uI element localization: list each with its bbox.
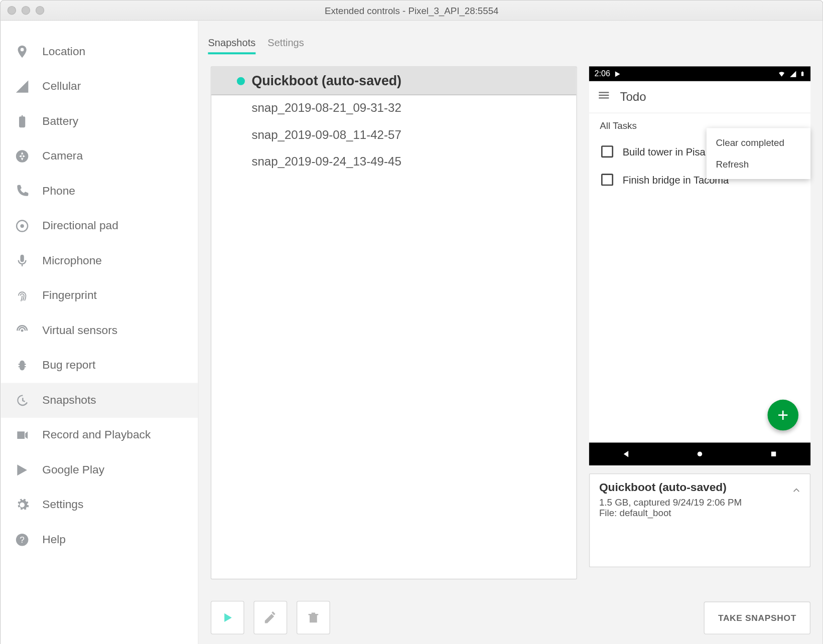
record-icon <box>14 427 30 443</box>
details-file: File: default_boot <box>599 508 800 518</box>
sidebar-item-label: Bug report <box>42 359 95 372</box>
snapshot-label: Quickboot (auto-saved) <box>251 73 401 88</box>
nav-recent-icon[interactable] <box>769 449 778 459</box>
svg-point-2 <box>21 330 24 332</box>
sidebar-item-bug[interactable]: Bug report <box>1 348 198 383</box>
svg-rect-6 <box>771 451 776 456</box>
titlebar: Extended controls - Pixel_3_API_28:5554 <box>1 1 822 21</box>
app-title: Todo <box>620 90 646 104</box>
sidebar-item-cellular[interactable]: Cellular <box>1 69 198 104</box>
play-icon <box>14 462 30 478</box>
menu-item-refresh[interactable]: Refresh <box>707 153 810 175</box>
signal-icon <box>789 70 797 78</box>
sidebar-item-label: Location <box>42 45 85 59</box>
snapshot-row-quickboot[interactable]: Quickboot (auto-saved) <box>211 67 576 95</box>
phone-icon <box>14 183 30 199</box>
history-icon <box>14 392 30 408</box>
menu-item-clear[interactable]: Clear completed <box>707 132 810 153</box>
nav-back-icon[interactable] <box>621 449 631 459</box>
bug-icon <box>14 358 30 374</box>
bottom-toolbar: TAKE SNAPSHOT <box>199 591 822 644</box>
svg-point-1 <box>20 224 24 228</box>
android-navbar <box>589 442 810 465</box>
sidebar-item-location[interactable]: Location <box>1 34 198 69</box>
preview-column: 2:06 Todo <box>589 66 810 579</box>
sidebar-item-label: Cellular <box>42 80 81 93</box>
tabbar: Snapshots Settings <box>199 21 822 54</box>
app-content: All Tasks Build tower in Pisa Finish bri… <box>589 113 810 442</box>
snapshot-list[interactable]: Quickboot (auto-saved) snap_2019-08-21_0… <box>211 66 577 579</box>
sidebar-item-help[interactable]: ? Help <box>1 523 198 558</box>
minimize-icon[interactable] <box>22 6 30 15</box>
snapshot-label: snap_2019-08-21_09-31-32 <box>251 101 401 115</box>
sidebar-item-label: Snapshots <box>42 394 96 407</box>
cellular-icon <box>14 78 30 94</box>
chevron-up-icon[interactable] <box>791 485 801 499</box>
wifi-icon <box>777 70 786 78</box>
sidebar-item-mic[interactable]: Microphone <box>1 243 198 278</box>
fab-add[interactable]: + <box>768 400 799 431</box>
sidebar: Location Cellular Battery Camera Phone D… <box>1 21 198 644</box>
maximize-icon[interactable] <box>36 6 44 15</box>
sidebar-item-label: Battery <box>42 115 78 128</box>
edit-snapshot-button[interactable] <box>253 601 287 634</box>
svg-text:?: ? <box>20 535 25 545</box>
delete-snapshot-button[interactable] <box>297 601 330 634</box>
sidebar-item-label: Microphone <box>42 254 102 268</box>
sidebar-item-record[interactable]: Record and Playback <box>1 418 198 453</box>
sidebar-item-label: Directional pad <box>42 219 118 233</box>
sensors-icon <box>14 323 30 339</box>
close-icon[interactable] <box>8 6 16 15</box>
sidebar-item-label: Fingerprint <box>42 289 97 302</box>
snapshot-row[interactable]: snap_2019-08-21_09-31-32 <box>211 95 576 122</box>
gear-icon <box>14 497 30 513</box>
tab-settings[interactable]: Settings <box>267 33 304 55</box>
traffic-lights[interactable] <box>8 6 45 15</box>
window-title: Extended controls - Pixel_3_API_28:5554 <box>325 5 499 16</box>
sidebar-item-label: Virtual sensors <box>42 324 117 338</box>
battery-icon <box>14 113 30 129</box>
battery-status-icon <box>800 70 805 78</box>
dpad-icon <box>14 218 30 234</box>
hamburger-icon[interactable] <box>597 88 611 105</box>
nav-home-icon[interactable] <box>695 449 705 459</box>
checkbox-icon[interactable] <box>601 145 613 157</box>
sidebar-item-settings[interactable]: Settings <box>1 488 198 523</box>
fingerprint-icon <box>14 288 30 304</box>
tab-snapshots[interactable]: Snapshots <box>208 33 255 55</box>
todo-label: Build tower in Pisa <box>623 146 706 157</box>
active-dot-icon <box>237 77 245 85</box>
sidebar-item-label: Record and Playback <box>42 428 151 442</box>
take-snapshot-button[interactable]: TAKE SNAPSHOT <box>704 601 810 634</box>
sidebar-item-label: Phone <box>42 185 75 198</box>
overflow-menu[interactable]: Clear completed Refresh <box>707 128 810 179</box>
sidebar-item-label: Settings <box>42 498 83 512</box>
sidebar-item-label: Google Play <box>42 463 104 477</box>
snapshot-row[interactable]: snap_2019-09-24_13-49-45 <box>211 149 576 176</box>
trash-icon <box>306 610 321 625</box>
location-icon <box>14 44 30 60</box>
run-snapshot-button[interactable] <box>211 601 244 634</box>
checkbox-icon[interactable] <box>601 174 613 186</box>
sidebar-item-camera[interactable]: Camera <box>1 139 198 174</box>
sidebar-item-sensors[interactable]: Virtual sensors <box>1 313 198 348</box>
sidebar-item-dpad[interactable]: Directional pad <box>1 209 198 244</box>
help-icon: ? <box>14 532 30 548</box>
sidebar-item-snapshots[interactable]: Snapshots <box>1 383 198 418</box>
sidebar-item-phone[interactable]: Phone <box>1 174 198 209</box>
window: Extended controls - Pixel_3_API_28:5554 … <box>0 0 823 644</box>
sidebar-item-battery[interactable]: Battery <box>1 104 198 139</box>
sidebar-item-googleplay[interactable]: Google Play <box>1 452 198 488</box>
sidebar-item-fingerprint[interactable]: Fingerprint <box>1 278 198 313</box>
snapshot-row[interactable]: snap_2019-09-08_11-42-57 <box>211 122 576 148</box>
status-time: 2:06 <box>595 69 610 79</box>
svg-point-5 <box>698 451 702 456</box>
app-toolbar: Todo <box>589 81 810 113</box>
play-status-icon <box>614 70 622 78</box>
sidebar-item-label: Camera <box>42 149 83 163</box>
main-panel: Snapshots Settings Quickboot (auto-saved… <box>199 21 822 644</box>
android-statusbar: 2:06 <box>589 66 810 81</box>
play-icon <box>220 610 235 625</box>
snapshot-details: Quickboot (auto-saved) 1.5 GB, captured … <box>589 473 810 567</box>
details-meta: 1.5 GB, captured 9/24/19 2:06 PM <box>599 497 800 508</box>
